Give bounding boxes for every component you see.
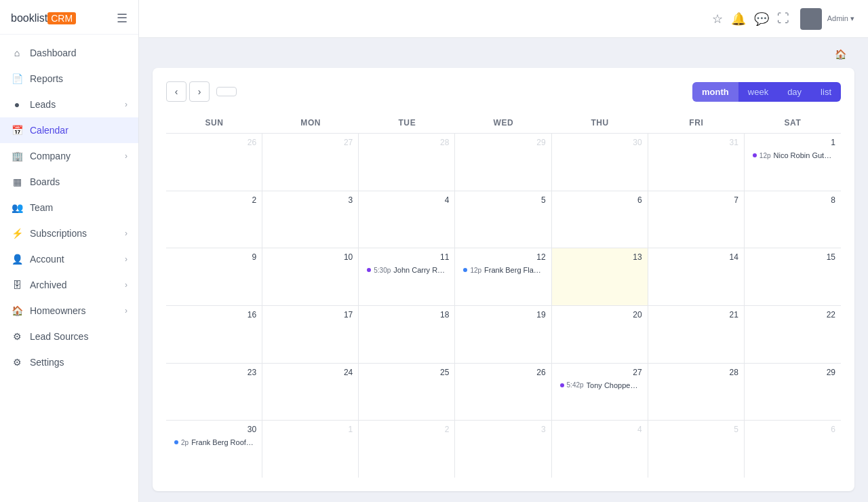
- sidebar-item-reports[interactable]: 📄Reports: [0, 66, 138, 92]
- calendar-day-7[interactable]: 7: [648, 191, 745, 248]
- page-content: 🏠 ‹ › monthweekdaylist SunMonTueWedThuFr…: [139, 38, 868, 502]
- calendar-day-25[interactable]: 25: [359, 364, 455, 421]
- calendar-day-31[interactable]: 31: [648, 134, 745, 191]
- calendar-day-29[interactable]: 29: [745, 364, 841, 421]
- calendar-day-2[interactable]: 2: [166, 191, 262, 248]
- sidebar-item-subscriptions[interactable]: ⚡Subscriptions›: [0, 220, 138, 246]
- calendar-day-29[interactable]: 29: [455, 134, 551, 191]
- calendar-week-4: 23242526275:42pTony Chopper Ro...2829: [166, 364, 841, 421]
- sidebar-item-leads[interactable]: ●Leads›: [0, 92, 138, 117]
- star-icon[interactable]: ☆: [712, 12, 723, 26]
- event-dot-icon: [753, 153, 757, 157]
- chevron-right-icon: ›: [125, 280, 127, 290]
- calendar-day-23[interactable]: 23: [166, 364, 262, 421]
- event-title: Frank Berg Flat Ro...: [484, 266, 542, 274]
- calendar-day-17[interactable]: 17: [262, 306, 359, 363]
- day-number: 15: [750, 252, 835, 262]
- calendar-day-20[interactable]: 20: [552, 306, 648, 363]
- calendar-day-15[interactable]: 15: [745, 248, 841, 305]
- sidebar-item-team[interactable]: 👥Team: [0, 195, 138, 220]
- today-button[interactable]: [216, 87, 237, 96]
- calendar-day-5[interactable]: 5: [455, 191, 551, 248]
- day-number: 21: [654, 310, 738, 320]
- sidebar-item-archived[interactable]: 🗄Archived›: [0, 272, 138, 298]
- calendar-day-26[interactable]: 26: [166, 134, 262, 191]
- calendar-event[interactable]: 12pNico Robin Gutter I...: [750, 150, 835, 161]
- calendar-day-30[interactable]: 302pFrank Berg Roofing ...: [166, 421, 262, 478]
- calendar-day-30[interactable]: 30: [552, 134, 648, 191]
- next-month-button[interactable]: ›: [189, 81, 210, 102]
- calendar-day-22[interactable]: 22: [745, 306, 841, 363]
- calendar-day-26[interactable]: 26: [455, 364, 551, 421]
- calendar-day-16[interactable]: 16: [166, 306, 262, 363]
- calendar-day-5[interactable]: 5: [648, 421, 745, 478]
- view-day-button[interactable]: day: [778, 82, 811, 102]
- calendar-day-27[interactable]: 27: [262, 134, 359, 191]
- calendar-day-13[interactable]: 13: [552, 248, 648, 305]
- sidebar-item-dashboard[interactable]: ⌂Dashboard: [0, 40, 138, 66]
- calendar-day-28[interactable]: 28: [359, 134, 455, 191]
- day-number: 10: [268, 252, 353, 262]
- sidebar-item-lead-sources[interactable]: ⚙Lead Sources: [0, 324, 138, 349]
- calendar-day-1[interactable]: 112pNico Robin Gutter I...: [745, 134, 841, 191]
- calendar-day-3[interactable]: 3: [455, 421, 551, 478]
- event-time: 5:30p: [374, 267, 391, 274]
- day-number: 28: [364, 138, 449, 147]
- prev-month-button[interactable]: ‹: [166, 81, 186, 102]
- calendar-nav: ‹ ›: [166, 81, 237, 102]
- chevron-right-icon: ›: [125, 151, 127, 161]
- day-number: 26: [460, 368, 545, 377]
- calendar-day-8[interactable]: 8: [745, 191, 841, 248]
- sidebar-item-calendar[interactable]: 📅Calendar: [0, 117, 138, 143]
- sidebar-item-boards[interactable]: ▦Boards: [0, 169, 138, 195]
- calendar-day-19[interactable]: 19: [455, 306, 551, 363]
- calendar-day-24[interactable]: 24: [262, 364, 359, 421]
- view-month-button[interactable]: month: [692, 82, 738, 102]
- calendar-day-27[interactable]: 275:42pTony Chopper Ro...: [552, 364, 648, 421]
- calendar-day-11[interactable]: 115:30pJohn Carry Roofi...: [359, 248, 455, 305]
- archived-icon: 🗄: [11, 279, 23, 291]
- calendar-day-3[interactable]: 3: [262, 191, 359, 248]
- chevron-right-icon: ›: [125, 306, 127, 315]
- calendar-day-4[interactable]: 4: [552, 421, 648, 478]
- top-header: ☆ 🔔 💬 ⛶ Admin ▾: [139, 0, 868, 38]
- calendar-day-9[interactable]: 9: [166, 248, 262, 305]
- user-info: Admin ▾: [827, 14, 854, 23]
- view-week-button[interactable]: week: [738, 82, 778, 102]
- view-list-button[interactable]: list: [811, 82, 841, 102]
- home-icon: ⌂: [11, 47, 23, 59]
- calendar-day-21[interactable]: 21: [648, 306, 745, 363]
- sidebar-item-label-lead-sources: Lead Sources: [30, 331, 88, 342]
- menu-icon[interactable]: ☰: [117, 11, 127, 26]
- day-number: 29: [460, 138, 545, 147]
- event-dot-icon: [463, 268, 467, 272]
- calendar-day-12[interactable]: 1212pFrank Berg Flat Ro...: [455, 248, 551, 305]
- fullscreen-icon[interactable]: ⛶: [777, 12, 789, 26]
- chat-icon[interactable]: 💬: [754, 12, 769, 26]
- calendar-day-2[interactable]: 2: [359, 421, 455, 478]
- sidebar-item-company[interactable]: 🏢Company›: [0, 143, 138, 169]
- sidebar-item-label-dashboard: Dashboard: [30, 47, 77, 58]
- calendar-day-18[interactable]: 18: [359, 306, 455, 363]
- calendar-view-buttons: monthweekdaylist: [692, 82, 841, 102]
- calendar-event[interactable]: 2pFrank Berg Roofing ...: [172, 437, 256, 448]
- sidebar-item-homeowners[interactable]: 🏠Homeowners›: [0, 298, 138, 324]
- calendar-day-10[interactable]: 10: [262, 248, 359, 305]
- calendar-day-14[interactable]: 14: [648, 248, 745, 305]
- sidebar-item-label-reports: Reports: [30, 73, 63, 84]
- calendar-day-6[interactable]: 6: [552, 191, 648, 248]
- calendar-day-6[interactable]: 6: [745, 421, 841, 478]
- calendar-event[interactable]: 5:30pJohn Carry Roofi...: [364, 265, 449, 275]
- bell-icon[interactable]: 🔔: [731, 12, 746, 26]
- calendar-day-28[interactable]: 28: [648, 364, 745, 421]
- breadcrumb-home-icon[interactable]: 🏠: [835, 49, 846, 60]
- user-role: Admin ▾: [827, 14, 854, 23]
- calendar-event[interactable]: 5:42pTony Chopper Ro...: [557, 380, 642, 391]
- user-block[interactable]: Admin ▾: [800, 8, 854, 30]
- sidebar-item-account[interactable]: 👤Account›: [0, 246, 138, 272]
- calendar-day-1[interactable]: 1: [262, 421, 359, 478]
- day-number: 4: [364, 195, 449, 205]
- sidebar-item-settings[interactable]: ⚙Settings: [0, 349, 138, 375]
- calendar-event[interactable]: 12pFrank Berg Flat Ro...: [460, 265, 545, 275]
- calendar-day-4[interactable]: 4: [359, 191, 455, 248]
